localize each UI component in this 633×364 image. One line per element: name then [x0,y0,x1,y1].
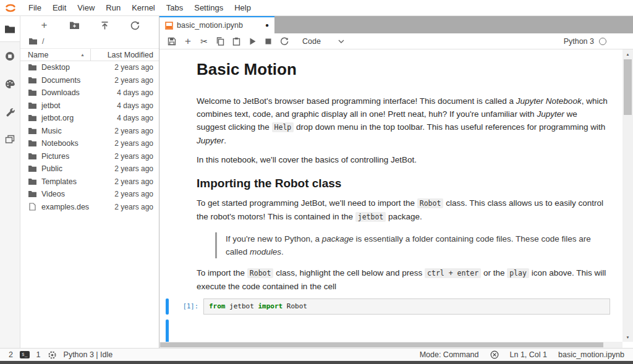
folder-icon [28,64,37,71]
run-cell-button[interactable] [244,35,260,48]
unsaved-changes-icon[interactable]: ● [265,22,269,28]
scissors-icon: ✂ [200,36,208,46]
column-header-last-modified[interactable]: Last Modified [91,49,159,61]
folder-icon [28,165,37,172]
kernels-count: 1 [36,350,41,359]
markdown-paragraph-welcome: Welcome to JetBot's browser based progra… [197,95,608,147]
file-row-pictures[interactable]: Pictures 2 years ago [20,150,159,163]
scroll-up-icon[interactable]: ▲ [622,49,633,59]
jupyter-logo-icon [4,2,17,14]
upload-button[interactable] [98,19,113,32]
upload-icon [100,21,109,30]
status-bar-left: 2 s_ 1 Python 3 | Idle [0,350,113,360]
refresh-icon [130,21,140,30]
horizontal-scrollbar[interactable] [159,342,622,348]
file-row-jetbot[interactable]: jetbot 4 days ago [20,99,159,112]
stop-icon [265,38,272,45]
file-list-header: Name ▲ Last Modified [20,48,159,61]
sidebar-tab-running-sessions[interactable] [0,42,20,70]
paste-icon [232,37,240,46]
file-row-examples-desktop[interactable]: examples.des... 2 years ago [20,201,159,214]
breadcrumb-root[interactable]: / [42,37,44,46]
file-row-jetbot-org[interactable]: jetbot.org 4 days ago [20,112,159,125]
sidebar-tab-property-inspector[interactable] [0,98,20,125]
menu-file[interactable]: File [23,0,47,15]
file-browser-toolbar: + [20,16,159,35]
file-row-downloads[interactable]: Downloads 4 days ago [20,87,159,99]
save-button[interactable] [164,35,180,48]
notebook-icon [165,22,173,30]
refresh-button[interactable] [128,19,143,32]
cursor-position[interactable]: Ln 1, Col 1 [510,350,547,359]
add-cell-button[interactable]: + [180,35,196,48]
menu-run[interactable]: Run [100,0,126,15]
restart-icon [280,37,289,46]
markdown-heading-basic-motion: Basic Motion [197,60,608,78]
file-row-documents[interactable]: Documents 2 years ago [20,74,159,87]
sidebar-tab-command-palette[interactable] [0,70,20,98]
code-editor[interactable]: from jetbot import Robot [203,298,610,315]
column-header-name[interactable]: Name ▲ [20,49,91,61]
markdown-paragraph-toimport: To import the Robot class, highlight the… [197,266,608,293]
restart-kernel-button[interactable] [276,35,292,48]
status-filename: basic_motion.ipynb [558,350,624,359]
status-bar-right: Mode: Command Ln 1, Col 1 basic_motion.i… [420,350,633,359]
paste-cells-button[interactable] [228,35,244,48]
menu-view[interactable]: View [72,0,100,15]
tab-basic-motion[interactable]: basic_motion.ipynb ● [159,16,274,33]
save-icon [168,37,176,46]
new-launcher-button[interactable]: + [37,19,52,32]
cut-cells-button[interactable]: ✂ [196,35,212,48]
run-icon [249,37,257,46]
menu-settings[interactable]: Settings [189,0,229,15]
circle-x-icon[interactable] [490,350,499,359]
copy-cells-button[interactable] [212,35,228,48]
sidebar-tab-file-browser[interactable] [0,16,20,42]
command-mode-indicator[interactable]: Mode: Command [420,350,479,359]
copy-icon [216,37,224,46]
file-row-notebooks[interactable]: Notebooks 2 years ago [20,137,159,150]
vertical-scrollbar[interactable]: ▲ ▼ [622,49,633,342]
tabs-icon [5,135,15,144]
scroll-down-icon[interactable]: ▼ [622,332,633,342]
file-row-music[interactable]: Music 2 years ago [20,125,159,138]
code-cell[interactable]: [1]: from jetbot import Robot [166,298,610,315]
menu-edit[interactable]: Edit [47,0,72,15]
file-list: Desktop 2 years ago Documents 2 years ag… [20,61,159,213]
horizontal-scrollbar-thumb[interactable] [160,342,603,347]
menu-help[interactable]: Help [229,0,257,15]
folder-icon [28,153,37,160]
chevron-down-icon [338,40,344,43]
window-bottom-edge [0,361,633,364]
file-icon [28,203,37,211]
cell-output-text: WARNING:tensorflow:From /usr/lib/python3… [202,320,615,342]
folder-icon [28,89,37,96]
plus-icon: + [41,19,48,32]
stop-kernel-button[interactable] [260,35,276,48]
new-folder-icon [69,21,80,30]
menu-kernel[interactable]: Kernel [126,0,161,15]
cell-type-select[interactable]: Code [302,37,344,46]
folder-icon [4,25,15,33]
file-row-templates[interactable]: Templates 2 years ago [20,176,159,188]
file-row-public[interactable]: Public 2 years ago [20,163,159,176]
sort-ascending-icon: ▲ [80,53,85,57]
vertical-scrollbar-thumb[interactable] [624,59,632,115]
output-area: WARNING:tensorflow:From /usr/lib/python3… [166,320,615,342]
terminal-icon: s_ [20,351,30,358]
menu-tabs[interactable]: Tabs [161,0,189,15]
new-folder-button[interactable] [67,19,82,32]
file-browser-panel: + [20,16,159,348]
markdown-blockquote-package: If you're new to Python, a package is es… [215,232,608,258]
kernel-status-text[interactable]: Python 3 | Idle [64,350,113,359]
folder-icon [28,178,37,185]
kernel-name[interactable]: Python 3 [564,37,594,46]
folder-icon [28,114,37,122]
file-row-videos[interactable]: Videos 2 years ago [20,188,159,201]
breadcrumb[interactable]: / [20,35,159,48]
sidebar-tab-open-tabs[interactable] [0,125,20,153]
folder-icon [28,77,37,84]
kernel-status-icon[interactable] [599,38,606,45]
file-row-desktop[interactable]: Desktop 2 years ago [20,61,159,74]
folder-icon [28,127,37,135]
